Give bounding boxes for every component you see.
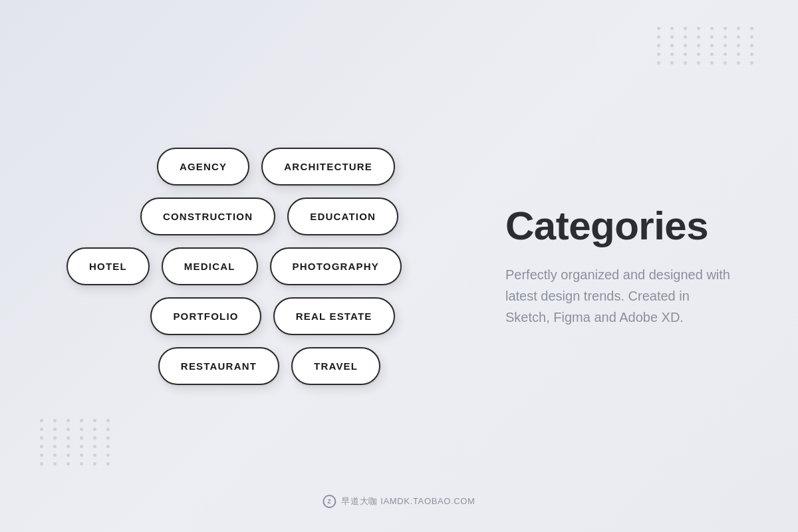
category-travel[interactable]: TRAVEL [291,347,380,385]
category-restaurant[interactable]: RESTAURANT [158,347,279,385]
main-container: AGENCY ARCHITECTURE CONSTRUCTION EDUCATI… [66,134,732,398]
footer-text: 早道大咖 IAMDK.TAOBAO.COM [341,495,475,507]
category-row-3: HOTEL MEDICAL PHOTOGRAPHY [66,247,466,285]
category-row-1: AGENCY ARCHITECTURE [66,148,466,186]
category-photography[interactable]: PHOTOGRAPHY [270,247,402,285]
category-medical[interactable]: MEDICAL [162,247,258,285]
section-description: Perfectly organized and designed with la… [505,264,732,328]
category-agency[interactable]: AGENCY [157,148,249,186]
dots-bottom-left [40,419,114,466]
category-construction[interactable]: CONSTRUCTION [140,198,275,235]
footer-icon: Z [323,495,336,508]
dots-top-right [657,27,758,65]
content-section: Categories Perfectly organized and desig… [505,204,732,328]
section-title: Categories [505,204,732,248]
category-architecture[interactable]: ARCHITECTURE [261,148,395,186]
category-hotel[interactable]: HOTEL [66,247,150,285]
footer: Z 早道大咖 IAMDK.TAOBAO.COM [323,495,475,508]
categories-section: AGENCY ARCHITECTURE CONSTRUCTION EDUCATI… [66,134,466,398]
category-row-4: PORTFOLIO REAL ESTATE [66,297,466,335]
category-education[interactable]: EDUCATION [287,198,398,235]
category-real-estate[interactable]: REAL ESTATE [273,297,395,335]
category-portfolio[interactable]: PORTFOLIO [150,297,261,335]
category-row-2: CONSTRUCTION EDUCATION [66,198,466,235]
category-row-5: RESTAURANT TRAVEL [66,347,466,385]
